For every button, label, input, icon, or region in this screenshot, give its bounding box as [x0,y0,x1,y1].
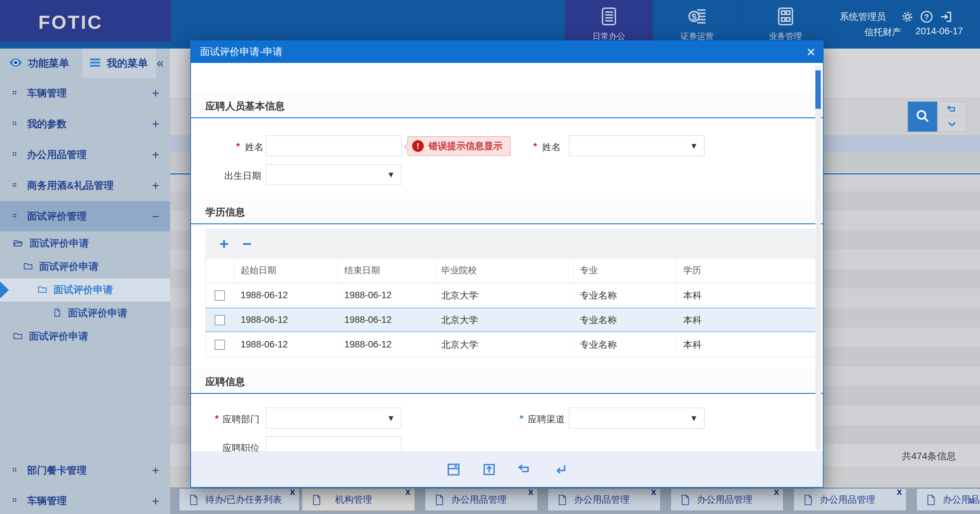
tab-label: 机构管理 [335,489,372,511]
chevron-down-icon: ▼ [690,141,698,151]
reset-button[interactable] [938,102,966,117]
bottom-tab-office-supplies-5[interactable]: 办公用品管理 » [916,489,980,511]
enter-icon[interactable] [552,462,568,478]
sidebar-item-business-wine-gifts[interactable]: 商务用酒&礼品管理 + [0,170,170,201]
gear-icon[interactable] [900,10,915,24]
header-date: 2014-06-17 [916,26,963,38]
tree-item-interview-apply-2[interactable]: 面试评价申请 [0,255,170,278]
modal-scrollbar-track[interactable] [815,66,821,450]
search-button[interactable] [908,102,937,132]
name-input[interactable] [266,135,401,156]
chevron-down-icon: ▼ [387,414,395,423]
svg-text:$: $ [692,12,697,22]
undo-icon [946,103,958,116]
cell-degree: 本科 [677,308,817,332]
modal-title: 面试评价申请-申请 [200,41,283,63]
expand-icon[interactable]: + [152,109,159,140]
apply-dept-select[interactable]: ▼ [266,408,401,428]
sidebar-item-my-params[interactable]: 我的参数 + [0,109,170,140]
sidebar-item-dept-meal-card[interactable]: 部门餐卡管理 + [0,455,170,485]
row-checkbox[interactable] [215,315,225,325]
module-securities[interactable]: $ 证券运营 [653,0,741,42]
save-icon[interactable] [445,462,461,478]
section-basic-info-title: 应聘人员基本信息 [191,92,823,118]
name2-select[interactable]: ▼ [569,135,705,156]
row-checkbox[interactable] [215,339,225,350]
drag-handle-icon [12,151,18,158]
sidebar-item-interview-eval[interactable]: 面试评价管理 − [0,201,170,232]
cell-end-date: 1988-06-12 [338,283,435,308]
tab-label: 办公用品管理 [574,489,630,511]
sidebar-item-label: 我的参数 [27,117,67,131]
column-header: 毕业院校 [435,258,574,282]
tree-item-interview-apply-1[interactable]: 面试评价申请 [0,232,170,255]
tab-function-menu[interactable]: 功能菜单 [0,49,82,78]
tab-close-icon[interactable]: x [651,487,656,497]
sidebar-item-vehicle-2[interactable]: 车辆管理 + [0,485,170,514]
tree-item-label: 面试评价申请 [39,260,99,274]
bottom-tab-office-supplies-3[interactable]: 办公用品管理 x [671,489,784,511]
sidebar-item-vehicle[interactable]: 车辆管理 + [0,78,170,109]
tab-close-icon[interactable]: x [528,487,533,497]
eye-icon [8,55,23,71]
logo-block: FOTIC [0,0,171,42]
upload-icon[interactable] [481,462,497,478]
sidebar-collapse-icon[interactable]: « [153,49,167,78]
drag-handle-icon [12,90,18,97]
table-row[interactable]: 1988-06-12 1988-06-12 北京大学 专业名称 本科 [206,332,816,357]
modal-close-icon[interactable]: × [807,43,815,62]
table-row-highlighted[interactable]: 1988-06-12 1988-06-12 北京大学 专业名称 本科 [206,308,816,332]
expand-icon[interactable]: + [152,78,159,109]
expand-icon[interactable]: + [152,455,159,486]
bottom-tab-office-supplies-4[interactable]: 办公用品管理 x [794,489,907,511]
name-label: 姓名 [245,141,264,153]
tab-close-icon[interactable]: x [897,487,902,497]
expand-icon[interactable]: + [152,140,159,170]
sidebar-bottom-items: 部门餐卡管理 + 车辆管理 + [0,455,170,514]
birth-date-select[interactable]: ▼ [266,164,401,185]
sidebar-item-label: 部门餐卡管理 [27,464,87,478]
document-icon [803,494,813,507]
tab-overflow-icon[interactable]: » [969,489,975,511]
table-row[interactable]: 1988-06-12 1988-06-12 北京大学 专业名称 本科 [206,283,816,308]
bottom-tab-office-supplies-1[interactable]: 办公用品管理 x [425,489,538,511]
bottom-tab-office-supplies-2[interactable]: 办公用品管理 x [548,489,661,511]
sidebar-item-label: 面试评价管理 [27,209,87,223]
module-business-mgmt[interactable]: 业务管理 [741,0,829,42]
drag-handle-icon [12,467,18,474]
user-area: 系统管理员 ? [840,0,963,42]
tree-item-interview-apply-3-active[interactable]: 面试评价申请 [0,278,170,301]
apply-channel-label: 应聘渠道 [528,413,565,425]
undo-icon[interactable] [517,462,533,478]
bottom-tab-org-mgmt[interactable]: 机构管理 x [302,489,415,511]
tree-item-interview-apply-4[interactable]: 面试评价申请 [0,301,170,325]
column-header: 学历 [677,258,817,282]
tab-close-icon[interactable]: x [405,487,410,497]
expand-panel-button[interactable] [938,117,966,131]
tab-close-icon[interactable]: x [290,487,295,497]
expand-icon[interactable]: + [152,486,159,514]
column-header: 专业 [574,258,677,282]
bottom-tab-tasks[interactable]: 待办/已办任务列表 x [179,489,299,511]
module-daily-office[interactable]: 日常办公 [565,0,653,42]
modal-scrollbar-thumb[interactable] [815,70,821,109]
expand-icon[interactable]: + [152,170,159,201]
tab-my-menu[interactable]: 我的菜单 [82,49,156,78]
tree-item-label: 面试评价申请 [29,236,89,250]
document-icon [558,494,567,507]
bg-side-buttons [938,102,966,132]
help-icon[interactable]: ? [920,10,934,24]
education-grid: 起始日期 结束日期 毕业院校 专业 学历 1988-06-12 1988-06-… [205,258,816,357]
tree-item-interview-apply-5[interactable]: 面试评价申请 [0,325,170,348]
app-screen: FOTIC 日常办公 [0,0,980,514]
add-row-button[interactable]: + [220,236,229,252]
birth-date-label: 出生日期 [224,170,261,182]
sidebar-item-office-supplies[interactable]: 办公用品管理 + [0,140,170,170]
collapse-minus-icon[interactable]: − [152,201,159,232]
tab-close-icon[interactable]: x [774,487,779,497]
logout-icon[interactable] [939,10,953,24]
row-checkbox[interactable] [215,290,225,301]
remove-row-button[interactable]: − [242,236,251,252]
apply-channel-select[interactable]: ▼ [569,408,705,428]
active-pointer-icon [0,281,9,298]
